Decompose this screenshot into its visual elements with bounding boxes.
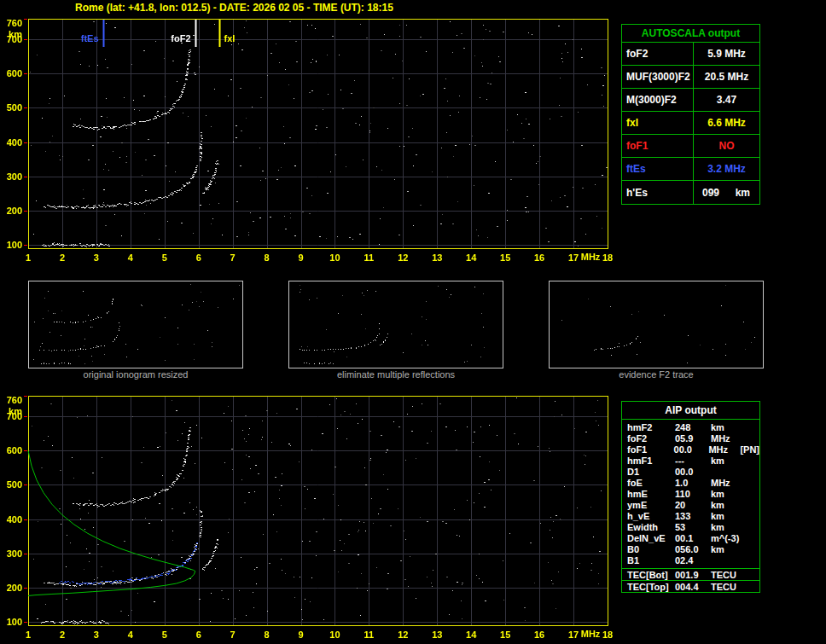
- aip-unit: km: [711, 489, 743, 500]
- aip-table-rows: hmF2248kmfoF205.9MHzfoF100.0MHz[PN]hmF1-…: [622, 420, 759, 568]
- aip-unit: km: [711, 522, 743, 533]
- aip-row: hmF1---km: [622, 455, 759, 467]
- thumbnail-original-ionogram: [28, 281, 243, 368]
- aip-value: 001.9: [675, 569, 711, 580]
- aip-extra: [743, 489, 759, 500]
- aip-unit: [711, 467, 743, 478]
- aip-row: ymE20km: [622, 500, 759, 511]
- aip-row: Ewidth53km: [622, 522, 759, 533]
- aip-unit: km: [711, 422, 743, 433]
- aip-value: 00.0: [675, 467, 711, 478]
- bottom-ionogram-plot: [0, 391, 618, 643]
- aip-extra: [743, 500, 759, 511]
- aip-unit: km: [711, 500, 743, 511]
- aip-output-table: AIP output hmF2248kmfoF205.9MHzfoF100.0M…: [621, 401, 760, 593]
- aip-row: foF100.0MHz[PN]: [622, 444, 759, 455]
- autoscala-table-rows: foF25.9 MHzMUF(3000)F220.5 MHzM(3000)F23…: [622, 43, 759, 204]
- aip-tec-rows: TEC[Bot]001.9TECUTEC[Top]004.4TECU: [622, 568, 759, 592]
- aip-value: 110: [675, 489, 711, 500]
- autoscala-row: MUF(3000)F220.5 MHz: [622, 66, 759, 89]
- aip-label: hmF2: [627, 422, 675, 433]
- thumbnail-eliminate-reflections: [288, 281, 503, 368]
- aip-value: 05.9: [675, 433, 711, 444]
- aip-label: B0: [627, 544, 675, 555]
- page-title: Rome (lat: +41.8, lon: 012.5) - DATE: 20…: [75, 2, 393, 14]
- aip-label: DelN_vE: [627, 533, 675, 544]
- aip-row: DelN_vE00.1m^(-3): [622, 533, 759, 544]
- autoscala-row-value: 3.47: [694, 89, 759, 111]
- thumbnail-caption-evidence: evidence F2 trace: [549, 369, 764, 380]
- aip-extra: [743, 522, 759, 533]
- aip-extra: [743, 433, 759, 444]
- autoscala-row-label: MUF(3000)F2: [622, 66, 694, 88]
- thumbnail-caption-eliminate: eliminate multiple reflections: [288, 369, 503, 380]
- autoscala-row: M(3000)F23.47: [622, 89, 759, 112]
- aip-extra: [743, 467, 759, 478]
- aip-value: 056.0: [675, 544, 711, 555]
- aip-unit: TECU: [711, 581, 743, 592]
- aip-row: foE1.0MHz: [622, 478, 759, 489]
- aip-extra: [743, 478, 759, 489]
- aip-unit: km: [711, 511, 743, 522]
- aip-value: ---: [675, 455, 711, 467]
- aip-extra: [743, 533, 759, 544]
- aip-row: D100.0: [622, 467, 759, 478]
- autoscala-row-value: 5.9 MHz: [694, 43, 759, 65]
- autoscala-row-label: ftEs: [622, 158, 694, 180]
- aip-label: B1: [627, 555, 675, 566]
- thumbnail-evidence-f2-trace: [549, 281, 764, 368]
- autoscala-row: foF25.9 MHz: [622, 43, 759, 66]
- aip-label: foF2: [627, 433, 675, 444]
- aip-extra: [743, 544, 759, 555]
- aip-label: D1: [627, 467, 675, 478]
- autoscala-row-label: foF1: [622, 135, 694, 157]
- aip-unit: [711, 555, 743, 566]
- aip-value: 1.0: [675, 478, 711, 489]
- autoscala-row-label: M(3000)F2: [622, 89, 694, 111]
- autoscala-row-value: 099km: [694, 181, 759, 204]
- autoscala-row: h'Es099km: [622, 181, 759, 204]
- aip-unit: TECU: [711, 569, 743, 580]
- aip-row: hmF2248km: [622, 422, 759, 433]
- aip-row: TEC[Bot]001.9TECU: [622, 568, 759, 580]
- aip-value: 02.4: [675, 555, 711, 566]
- autoscala-row: foF1NO: [622, 135, 759, 158]
- aip-row: foF205.9MHz: [622, 433, 759, 444]
- aip-extra: [743, 455, 759, 467]
- aip-value: 248: [675, 422, 711, 433]
- aip-unit: m^(-3): [711, 533, 743, 544]
- autoscala-screen: Rome (lat: +41.8, lon: 012.5) - DATE: 20…: [0, 0, 826, 644]
- autoscala-row-value: 20.5 MHz: [694, 66, 759, 88]
- aip-label: Ewidth: [627, 522, 675, 533]
- autoscala-table-header: AUTOSCALA output: [622, 25, 759, 43]
- aip-extra: [PN]: [740, 444, 759, 455]
- aip-extra: [743, 569, 759, 580]
- aip-row: h_vE133km: [622, 511, 759, 522]
- aip-unit: MHz: [708, 444, 740, 455]
- aip-unit: km: [711, 455, 743, 467]
- aip-value: 53: [675, 522, 711, 533]
- aip-value: 004.4: [675, 581, 711, 592]
- autoscala-row: fxI6.6 MHz: [622, 112, 759, 135]
- autoscala-row-value: 3.2 MHz: [694, 158, 759, 180]
- aip-label: hmE: [627, 489, 675, 500]
- top-ionogram-plot: [0, 14, 618, 266]
- aip-value: 00.1: [675, 533, 711, 544]
- aip-value: 133: [675, 511, 711, 522]
- autoscala-output-table: AUTOSCALA output foF25.9 MHzMUF(3000)F22…: [621, 24, 760, 205]
- aip-value: 00.0: [674, 444, 709, 455]
- aip-label: TEC[Top]: [627, 581, 675, 592]
- autoscala-row-value: NO: [694, 135, 759, 157]
- aip-unit: MHz: [711, 433, 743, 444]
- autoscala-row-label: fxI: [622, 112, 694, 134]
- aip-unit: km: [711, 544, 743, 555]
- aip-extra: [743, 581, 759, 592]
- aip-row: B0056.0km: [622, 544, 759, 555]
- autoscala-row-label: h'Es: [622, 181, 694, 204]
- aip-label: TEC[Bot]: [627, 569, 675, 580]
- aip-label: h_vE: [627, 511, 675, 522]
- aip-label: foE: [627, 478, 675, 489]
- thumbnail-caption-original: original ionogram resized: [28, 369, 243, 380]
- aip-label: foF1: [627, 444, 674, 455]
- autoscala-row-label: foF2: [622, 43, 694, 65]
